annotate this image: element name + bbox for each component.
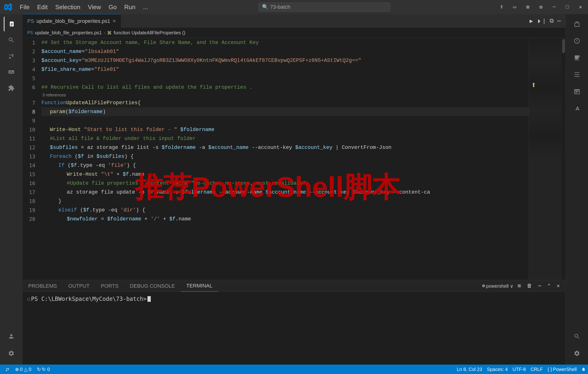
terminal-prompt-text: PS C:\LBWorkSpace\MyCode\73-batch> bbox=[31, 296, 147, 302]
accounts-icon[interactable] bbox=[4, 329, 19, 344]
status-language-text: PowerShell bbox=[553, 367, 577, 372]
run-debug-tab-button[interactable]: ⏵| bbox=[537, 18, 546, 24]
tab-ps1[interactable]: PS update_blob_file_properites.ps1 ✕ bbox=[22, 14, 121, 28]
status-notifications[interactable] bbox=[579, 367, 588, 371]
minimize-button[interactable]: ─ bbox=[550, 3, 558, 11]
line-num-12: 12 bbox=[22, 143, 39, 152]
status-cursor-text: Ln 8, Col 23 bbox=[457, 367, 482, 372]
right-panel-azure-icon[interactable] bbox=[569, 101, 585, 116]
menu-selection[interactable]: Selection bbox=[52, 3, 83, 12]
run-button[interactable]: ▶ bbox=[530, 18, 533, 24]
layout-button[interactable]: ⊞ bbox=[524, 3, 532, 11]
breadcrumb-function[interactable]: function UpdateAllFileProperties () bbox=[114, 30, 185, 35]
extensions-icon[interactable] bbox=[4, 80, 19, 96]
terminal-prompt-line: ○ PS C:\LBWorkSpace\MyCode\73-batch> bbox=[27, 296, 561, 302]
menu-bar: File Edit Selection View Go Run ... bbox=[17, 3, 151, 12]
code-line-15: Write-Host "\t" + $f.name bbox=[42, 170, 529, 179]
explorer-icon[interactable] bbox=[4, 16, 19, 32]
code-area[interactable]: ## Set the Storage Account name, File Sh… bbox=[39, 38, 529, 280]
right-panel-terminal-icon[interactable] bbox=[569, 84, 585, 99]
line-num-20: 20 bbox=[22, 214, 39, 224]
search-icon: 🔍 bbox=[262, 4, 268, 10]
panel-tabs: PROBLEMS OUTPUT PORTS DEBUG CONSOLE TERM… bbox=[22, 280, 566, 292]
run-debug-icon[interactable] bbox=[4, 64, 19, 79]
menu-go[interactable]: Go bbox=[106, 3, 120, 12]
code-line-5 bbox=[42, 74, 529, 83]
panel-tab-debug[interactable]: DEBUG CONSOLE bbox=[124, 280, 181, 292]
split-editor-tab-button[interactable]: ⧉ bbox=[550, 18, 554, 24]
line-num-7: 7 bbox=[22, 98, 39, 107]
line-num-2: 2 bbox=[22, 47, 39, 56]
maximize-button[interactable]: □ bbox=[564, 3, 571, 11]
line-num-5: 5 bbox=[22, 74, 39, 83]
breadcrumb-symbol-icon: ⌘ bbox=[107, 30, 112, 36]
status-errors[interactable]: ⊗ 0 △ 0 bbox=[13, 366, 34, 372]
settings-icon[interactable] bbox=[4, 346, 19, 361]
more-actions-button[interactable]: ⚙ bbox=[537, 3, 545, 11]
panel-actions: ⊕ powershell ∨ ⊞ 🗑 ⋯ ⌃ ✕ bbox=[482, 280, 566, 292]
status-encoding[interactable]: UTF-8 bbox=[510, 367, 528, 372]
scrollbar-thumb[interactable] bbox=[562, 39, 565, 53]
shell-selector[interactable]: powershell ∨ bbox=[486, 283, 514, 289]
status-language[interactable]: { } PowerShell bbox=[545, 367, 579, 372]
right-panel-icon-1[interactable] bbox=[569, 16, 585, 32]
menu-run[interactable]: Run bbox=[121, 3, 138, 12]
vscode-logo-icon bbox=[4, 3, 12, 11]
code-line-16: #Update file properties --content-cache … bbox=[42, 179, 529, 188]
right-panel-search-icon[interactable] bbox=[569, 329, 585, 344]
close-button[interactable]: ✕ bbox=[577, 3, 584, 11]
status-line-ending[interactable]: CRLF bbox=[528, 367, 545, 372]
menu-more[interactable]: ... bbox=[140, 3, 151, 12]
split-terminal-button[interactable]: ⊞ bbox=[516, 282, 523, 290]
source-control-icon[interactable] bbox=[4, 48, 19, 64]
split-editor-button[interactable]: ⫵ bbox=[498, 3, 505, 11]
status-cursor-position[interactable]: Ln 8, Col 23 bbox=[454, 367, 484, 372]
code-line-17: az storage file update -p $f.name -s $fo… bbox=[42, 188, 529, 197]
menu-view[interactable]: View bbox=[85, 3, 104, 12]
status-spaces[interactable]: Spaces: 4 bbox=[484, 367, 510, 372]
activity-bar bbox=[0, 14, 22, 364]
tab-close-button[interactable]: ✕ bbox=[112, 19, 116, 24]
new-terminal-icon[interactable]: ⊕ bbox=[482, 283, 485, 289]
editor-right-wrapper: PS update_blob_file_properites.ps1 ✕ ▶ ⏵… bbox=[22, 14, 588, 364]
status-git-icon[interactable] bbox=[3, 367, 12, 371]
close-panel-button[interactable]: ✕ bbox=[555, 282, 562, 290]
right-panel-settings-icon[interactable] bbox=[569, 346, 585, 361]
panel-tab-problems[interactable]: PROBLEMS bbox=[22, 280, 63, 292]
right-panel-icon-3[interactable] bbox=[569, 50, 585, 65]
line-num-10: 10 bbox=[22, 125, 39, 134]
kill-terminal-button[interactable]: 🗑 bbox=[525, 282, 534, 290]
status-sync[interactable]: ↻ ↻ 0 bbox=[35, 366, 52, 372]
main-container: PS update_blob_file_properites.ps1 ✕ ▶ ⏵… bbox=[0, 14, 588, 364]
line-num-3: 3 bbox=[22, 56, 39, 65]
breadcrumb-file[interactable]: update_blob_file_properites.ps1 bbox=[35, 30, 102, 35]
minimap[interactable] bbox=[529, 38, 562, 280]
search-input[interactable]: 🔍 73-batch bbox=[259, 3, 390, 11]
code-line-1: ## Set the Storage Account name, File Sh… bbox=[42, 38, 529, 47]
more-tab-actions[interactable]: ⋯ bbox=[557, 18, 561, 24]
status-error-icon: ⊗ bbox=[15, 366, 19, 372]
code-line-6: ## Recursive Call to list all files and … bbox=[42, 83, 529, 92]
vertical-scrollbar[interactable] bbox=[562, 38, 566, 280]
code-line-7: Function UpdateAllFileProperties { bbox=[42, 98, 529, 107]
panel-tab-output[interactable]: OUTPUT bbox=[63, 280, 95, 292]
right-panel-icon-2[interactable] bbox=[569, 33, 585, 48]
code-line-19: elseif ($f.type -eq 'dir') { bbox=[42, 206, 529, 214]
editor-content[interactable]: 1 2 3 4 5 6 7 8 9 10 11 12 13 14 15 16 bbox=[22, 38, 566, 280]
right-panel-icon-4[interactable] bbox=[569, 67, 585, 82]
panel-tab-ports[interactable]: PORTS bbox=[95, 280, 124, 292]
toggle-panel-button[interactable]: ▭ bbox=[511, 3, 518, 11]
menu-edit[interactable]: Edit bbox=[34, 3, 51, 12]
panel-tab-terminal[interactable]: TERMINAL bbox=[181, 280, 218, 292]
search-activity-icon[interactable] bbox=[4, 32, 19, 48]
more-panel-actions[interactable]: ⋯ bbox=[536, 282, 543, 290]
terminal-content[interactable]: ○ PS C:\LBWorkSpace\MyCode\73-batch> bbox=[22, 292, 566, 364]
line-num-15: 15 bbox=[22, 170, 39, 179]
line-num-4: 4 bbox=[22, 65, 39, 74]
maximize-panel-button[interactable]: ⌃ bbox=[546, 282, 553, 290]
code-line-11: #List all file & folder under this input… bbox=[42, 134, 529, 143]
code-line-18: } bbox=[42, 197, 529, 206]
line-num-refs bbox=[22, 92, 39, 98]
menu-file[interactable]: File bbox=[17, 3, 32, 12]
code-line-3: $account_key = "m3MEzUJ1T9HDETgi4WalJ7go… bbox=[42, 56, 529, 65]
